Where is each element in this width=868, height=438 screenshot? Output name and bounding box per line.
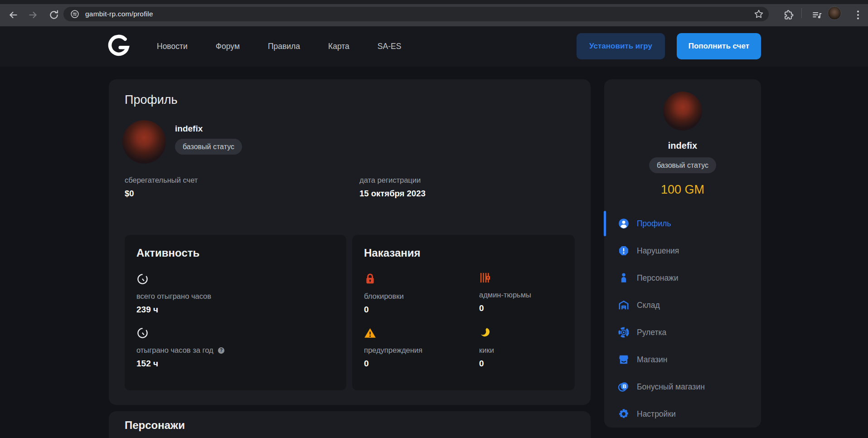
extensions-button[interactable]: [782, 9, 794, 21]
year-hours-metric: отыграно часов за год ? 152 ч: [136, 327, 335, 369]
sidebar-item-characters[interactable]: Персонажи: [604, 264, 761, 292]
sidebar-card: indefix базовый статус 100 GM Профиль На…: [604, 79, 761, 428]
admin-jails-label: админ-тюрьмы: [479, 291, 563, 299]
sidebar-item-profile[interactable]: Профиль: [604, 210, 761, 237]
sidebar-item-label: Профиль: [637, 219, 671, 229]
profile-status-badge: базовый статус: [175, 139, 242, 155]
nav-news[interactable]: Новости: [157, 42, 188, 51]
sidebar-item-settings[interactable]: Настройки: [604, 400, 761, 428]
penalties-title: Наказания: [364, 247, 563, 259]
browser-profile-avatar[interactable]: [828, 6, 841, 20]
sidebar-item-label: Персонажи: [637, 273, 679, 283]
site-header: Новости Форум Правила Карта SA-ES Устано…: [0, 26, 868, 67]
puzzle-icon: [782, 9, 794, 21]
total-hours-label: всего отыграно часов: [136, 292, 335, 301]
browser-forward-button[interactable]: [27, 9, 39, 21]
topup-balance-button[interactable]: Пополнить счет: [677, 33, 761, 59]
year-hours-value: 152 ч: [136, 359, 335, 369]
help-icon[interactable]: ?: [217, 346, 225, 355]
shop-icon: [618, 354, 630, 365]
address-bar[interactable]: gambit-rp.com/profile: [63, 7, 769, 21]
nav-forum[interactable]: Форум: [216, 42, 240, 51]
sidebar-username: indefix: [604, 141, 761, 151]
three-dot-menu-icon: [852, 9, 864, 21]
bookmark-star-icon[interactable]: [753, 9, 764, 19]
settings-gear-icon: [618, 408, 630, 420]
main-nav: Новости Форум Правила Карта SA-ES: [157, 26, 401, 67]
prison-bars-icon: [479, 272, 491, 284]
nav-rules[interactable]: Правила: [268, 42, 300, 51]
activity-card: Активность всего отыграно часов 239 ч от…: [125, 235, 346, 390]
sidebar-item-label: Настройки: [637, 409, 676, 419]
clock-icon: [136, 327, 149, 339]
nav-map[interactable]: Карта: [328, 42, 349, 51]
kick-icon: [479, 327, 491, 339]
sidebar-status-label: базовый статус: [649, 157, 716, 173]
gambit-logo[interactable]: [107, 34, 131, 58]
status-badge-label: базовый статус: [175, 139, 242, 155]
warnings-value: 0: [364, 359, 479, 369]
screen: gambit-rp.com/profile Новости Форум Прав…: [0, 0, 868, 438]
total-hours-value: 239 ч: [136, 305, 335, 315]
sidebar-item-bonus-shop[interactable]: B Бонусный магазин: [604, 373, 761, 400]
browser-toolbar: gambit-rp.com/profile: [0, 0, 868, 26]
active-indicator: [604, 211, 606, 236]
url-text[interactable]: gambit-rp.com/profile: [85, 10, 153, 18]
sidebar-item-label: Рулетка: [637, 328, 666, 337]
characters-card: Персонажи: [109, 411, 591, 438]
window-frame: [0, 0, 868, 4]
site-settings-icon[interactable]: [70, 9, 80, 19]
admin-jails-metric: админ-тюрьмы 0: [479, 272, 563, 315]
sidebar-item-label: Склад: [637, 301, 660, 310]
sidebar-item-label: Бонусный магазин: [637, 382, 705, 392]
browser-back-button[interactable]: [7, 9, 19, 21]
warning-icon: [364, 327, 376, 339]
registration-label: дата регистрации: [359, 176, 426, 185]
sidebar-item-label: Магазин: [637, 355, 668, 365]
violations-icon: [618, 245, 630, 257]
browser-menu-button[interactable]: [852, 9, 864, 21]
bans-metric: блокировки 0: [364, 273, 479, 315]
savings-stat: сберегательный счет $0: [125, 176, 198, 199]
profile-card: Профиль indefix базовый статус сберегате…: [109, 79, 591, 405]
warnings-metric: предупреждения 0: [364, 327, 479, 369]
registration-stat: дата регистрации 15 октября 2023: [359, 176, 426, 199]
warehouse-icon: [618, 299, 630, 311]
registration-value: 15 октября 2023: [359, 189, 426, 199]
svg-text:?: ?: [220, 348, 223, 353]
bans-label: блокировки: [364, 292, 479, 301]
activity-title: Активность: [136, 247, 335, 259]
warnings-label: предупреждения: [364, 346, 479, 355]
nav-sa-es[interactable]: SA-ES: [378, 42, 402, 51]
media-controls-button[interactable]: [811, 9, 823, 21]
kicks-metric: кики 0: [479, 327, 563, 369]
sidebar-avatar: [663, 92, 702, 131]
year-hours-label: отыграно часов за год ?: [136, 346, 335, 355]
kicks-value: 0: [479, 359, 563, 369]
sidebar-item-violations[interactable]: Нарушения: [604, 237, 761, 264]
forward-arrow-icon: [27, 9, 39, 21]
sidebar-menu: Профиль Нарушения Персонажи Склад Рулетк…: [604, 210, 761, 428]
characters-title: Персонажи: [125, 419, 185, 432]
browser-reload-button[interactable]: [48, 9, 60, 21]
sidebar-item-label: Нарушения: [637, 246, 679, 256]
profile-username: indefix: [175, 124, 203, 134]
penalties-grid: блокировки 0 админ-тюрьмы 0 предупрежден…: [364, 259, 563, 369]
roulette-icon: [618, 326, 630, 338]
back-arrow-icon: [7, 9, 19, 21]
clock-icon: [136, 273, 149, 285]
savings-value: $0: [125, 189, 198, 199]
admin-jails-value: 0: [479, 303, 563, 313]
sidebar-status-badge: базовый статус: [604, 157, 761, 173]
sidebar-item-warehouse[interactable]: Склад: [604, 292, 761, 319]
bans-value: 0: [364, 305, 479, 315]
install-game-button[interactable]: Установить игру: [577, 33, 665, 59]
page-title: Профиль: [125, 93, 178, 107]
bonus-coin-icon: B: [618, 381, 630, 393]
savings-label: сберегательный счет: [125, 176, 198, 185]
sidebar-item-roulette[interactable]: Рулетка: [604, 319, 761, 346]
svg-text:B: B: [622, 384, 626, 389]
sidebar-item-shop[interactable]: Магазин: [604, 346, 761, 373]
penalties-card: Наказания блокировки 0 админ-тюрьмы 0 пр…: [352, 235, 575, 390]
profile-avatar: [122, 120, 166, 164]
